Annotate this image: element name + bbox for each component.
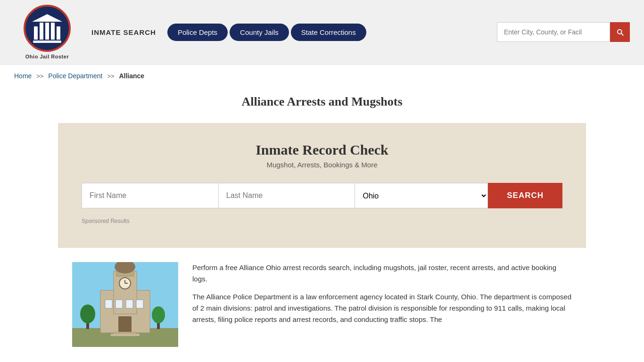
logo-inner [32, 14, 62, 43]
record-check-subtitle: Mugshot, Arrests, Bookings & More [82, 161, 562, 169]
breadcrumb: Home >> Police Department >> Alliance [0, 65, 644, 87]
site-header: Ohio Jail Roster INMATE SEARCH Police De… [0, 0, 644, 65]
logo-col-1 [34, 26, 38, 40]
breadcrumb-sep-1: >> [36, 73, 43, 80]
logo-col-2 [40, 23, 43, 40]
page-title-area: Alliance Arrests and Mugshots [0, 87, 644, 123]
logo-roof [32, 14, 62, 22]
header-search-area [497, 22, 630, 42]
record-check-title: Inmate Record Check [82, 142, 562, 158]
building-illustration [72, 262, 178, 347]
svg-point-18 [80, 304, 95, 323]
inmate-search-form: OhioAlabamaAlaskaArizonaArkansasCaliforn… [82, 183, 562, 208]
breadcrumb-sep-2: >> [107, 73, 114, 80]
search-icon [616, 28, 624, 36]
content-paragraph-1: Perform a free Alliance Ohio arrest reco… [192, 262, 572, 285]
logo-columns [34, 23, 60, 40]
logo-base [33, 41, 61, 43]
page-title: Alliance Arrests and Mugshots [0, 95, 644, 109]
content-section: Perform a free Alliance Ohio arrest reco… [58, 248, 586, 361]
state-select[interactable]: OhioAlabamaAlaskaArizonaArkansasCaliforn… [355, 183, 488, 208]
logo-col-3 [45, 23, 49, 40]
last-name-input[interactable] [218, 183, 355, 208]
logo-area: Ohio Jail Roster [14, 5, 80, 59]
content-text: Perform a free Alliance Ohio arrest reco… [192, 262, 572, 332]
svg-rect-14 [118, 316, 132, 333]
svg-rect-11 [116, 300, 123, 308]
content-image [72, 262, 178, 347]
svg-point-20 [152, 306, 165, 323]
main-nav: Police Depts County Jails State Correcti… [167, 24, 366, 41]
breadcrumb-home[interactable]: Home [14, 72, 32, 80]
svg-rect-16 [111, 334, 140, 336]
sponsored-label: Sponsored Results [82, 218, 562, 224]
header-search-button[interactable] [610, 22, 630, 42]
first-name-input[interactable] [82, 183, 218, 208]
breadcrumb-current: Alliance [119, 72, 144, 80]
svg-rect-12 [126, 300, 133, 308]
logo-text: Ohio Jail Roster [25, 54, 69, 59]
header-search-input[interactable] [497, 22, 610, 42]
logo-col-4 [51, 23, 55, 40]
nav-county-jails[interactable]: County Jails [230, 24, 289, 41]
nav-state-corrections[interactable]: State Corrections [291, 24, 366, 41]
breadcrumb-police-dept[interactable]: Police Department [48, 72, 102, 80]
logo-icon [24, 5, 71, 52]
logo-col-5 [57, 26, 60, 40]
record-check-card: Inmate Record Check Mugshot, Arrests, Bo… [58, 123, 586, 248]
svg-rect-10 [105, 300, 112, 308]
nav-police-depts[interactable]: Police Depts [167, 24, 228, 41]
content-paragraph-2: The Alliance Police Department is a law … [192, 291, 572, 325]
svg-rect-13 [136, 300, 143, 308]
inmate-search-label: INMATE SEARCH [91, 28, 156, 36]
search-button[interactable]: SEARCH [488, 183, 562, 208]
